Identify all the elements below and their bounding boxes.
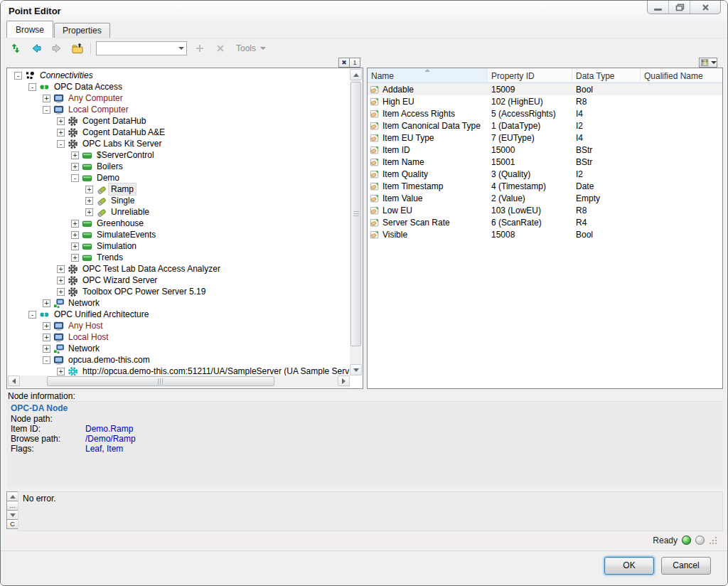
tree-item[interactable]: - Local Computer xyxy=(9,104,349,115)
expander-icon[interactable]: + xyxy=(71,151,79,159)
table-row[interactable]: Item Canonical Data Type 1 (DataType) I2 xyxy=(368,119,722,132)
expander-icon[interactable]: + xyxy=(71,163,79,171)
up-level-button[interactable] xyxy=(70,41,85,56)
tree-expand-all-button[interactable]: ✖ xyxy=(338,58,350,68)
tree-item[interactable]: + Toolbox OPC Power Server 5.19 xyxy=(9,286,349,297)
tree-item[interactable]: + http://opcua.demo-this.com:51211/UA/Sa… xyxy=(9,366,349,375)
expander-icon[interactable]: - xyxy=(14,72,22,80)
expander-icon[interactable]: - xyxy=(28,311,36,319)
expander-icon[interactable]: + xyxy=(71,220,79,228)
table-row[interactable]: Low EU 103 (LowEU) R8 xyxy=(368,204,722,216)
back-button[interactable] xyxy=(28,41,44,56)
expander-icon[interactable]: + xyxy=(57,129,65,137)
expander-icon[interactable]: + xyxy=(57,288,65,296)
delete-button[interactable] xyxy=(213,41,228,56)
tree-item[interactable]: + Simulation xyxy=(9,240,349,252)
tree-item[interactable]: + Network xyxy=(9,343,349,354)
error-next-button[interactable] xyxy=(6,510,18,520)
refresh-button[interactable] xyxy=(8,41,23,56)
combobox-dropdown-icon[interactable] xyxy=(178,47,184,50)
tab[interactable]: Properties xyxy=(54,23,110,38)
expander-icon[interactable]: - xyxy=(43,356,50,364)
expander-icon[interactable]: + xyxy=(43,345,50,353)
column-header[interactable]: Qualified Name xyxy=(641,68,722,82)
expander-icon[interactable]: + xyxy=(85,186,93,193)
table-row[interactable]: Item EU Type 7 (EUType) I4 xyxy=(368,132,722,144)
expander-icon[interactable]: + xyxy=(43,299,50,307)
tree-item[interactable]: + Ramp xyxy=(9,183,349,195)
tree-item[interactable]: + Network xyxy=(9,297,349,309)
tree-item[interactable]: + Boilers xyxy=(9,161,349,172)
tree-item[interactable]: - Demo xyxy=(9,172,349,183)
error-previous-button[interactable] xyxy=(6,491,18,501)
forward-button[interactable] xyxy=(49,41,65,56)
tree-item[interactable]: + Cogent DataHub xyxy=(9,115,349,127)
error-details-button[interactable]: … xyxy=(6,501,18,511)
table-row[interactable]: Item Quality 3 (Quality) I2 xyxy=(368,168,722,180)
vertical-scroll-thumb[interactable] xyxy=(350,82,361,346)
scroll-right-button[interactable] xyxy=(338,375,350,386)
expander-icon[interactable]: + xyxy=(85,208,93,216)
error-clear-button[interactable]: C xyxy=(6,519,18,529)
horizontal-scroll-thumb[interactable] xyxy=(47,376,274,386)
table-row[interactable]: Item Value 2 (Value) Empty xyxy=(368,192,722,204)
resize-grip[interactable] xyxy=(709,536,717,545)
column-header[interactable]: Data Type xyxy=(572,68,641,82)
tree-item[interactable]: + Any Computer xyxy=(9,92,349,104)
tree-item[interactable]: + Greenhouse xyxy=(9,218,349,229)
table-row[interactable]: Item Timestamp 4 (Timestamp) Date xyxy=(368,180,722,192)
expander-icon[interactable]: + xyxy=(71,231,79,239)
tree-item[interactable]: - opcua.demo-this.com xyxy=(9,354,349,366)
tree-item[interactable]: + OPC Test Lab Data Access Analyzer xyxy=(9,263,349,275)
tree-item[interactable]: + OPC Wizard Server xyxy=(9,275,349,286)
tree-item[interactable]: + Any Host xyxy=(9,320,349,331)
table-row[interactable]: Addable 15009 Bool xyxy=(368,83,722,95)
expander-icon[interactable]: + xyxy=(71,254,79,262)
tree-item[interactable]: + Single xyxy=(9,195,349,206)
expander-icon[interactable]: - xyxy=(71,174,79,182)
tree-item[interactable]: - OPC Labs Kit Server xyxy=(9,138,349,149)
close-button[interactable] xyxy=(690,1,720,14)
tree-item[interactable]: + SimulateEvents xyxy=(9,229,349,240)
address-combobox[interactable] xyxy=(96,41,187,55)
table-row[interactable]: Item Access Rights 5 (AccessRights) I4 xyxy=(368,107,722,119)
table-row[interactable]: Visible 15008 Bool xyxy=(368,228,722,240)
scroll-up-button[interactable] xyxy=(350,69,362,80)
table-row[interactable]: Item Name 15001 BStr xyxy=(368,156,722,168)
maximize-button[interactable] xyxy=(669,1,690,14)
scroll-down-button[interactable] xyxy=(350,364,362,375)
tree-item[interactable]: + $ServerControl xyxy=(9,149,349,161)
expander-icon[interactable]: + xyxy=(57,117,65,125)
scroll-left-button[interactable] xyxy=(8,375,20,386)
ok-button[interactable]: OK xyxy=(604,557,654,575)
tree-item[interactable]: - OPC Data Access xyxy=(9,81,349,92)
tree-collapse-level-button[interactable]: 1 xyxy=(349,58,360,68)
expander-icon[interactable]: + xyxy=(57,265,65,273)
table-row[interactable]: Item ID 15000 BStr xyxy=(368,144,722,156)
tree-item[interactable]: + Trends xyxy=(9,252,349,263)
expander-icon[interactable]: - xyxy=(57,140,65,148)
title-bar[interactable]: Point Editor xyxy=(1,1,727,21)
table-row[interactable]: High EU 102 (HighEU) R8 xyxy=(368,95,722,107)
cancel-button[interactable]: Cancel xyxy=(661,557,711,575)
tree-item[interactable]: - Connectivities xyxy=(9,70,349,81)
expander-icon[interactable]: + xyxy=(43,322,50,330)
expander-icon[interactable]: - xyxy=(28,83,36,91)
expander-icon[interactable]: + xyxy=(43,334,50,341)
column-chooser-button[interactable] xyxy=(699,58,717,68)
tree-item[interactable]: + Cogent DataHub A&E xyxy=(9,127,349,138)
minimize-button[interactable] xyxy=(648,1,669,14)
table-row[interactable]: Server Scan Rate 6 (ScanRate) R4 xyxy=(368,216,722,228)
column-header[interactable]: Property ID xyxy=(488,68,572,82)
add-button[interactable] xyxy=(192,41,208,56)
expander-icon[interactable]: + xyxy=(85,197,93,205)
tab[interactable]: Browse xyxy=(6,21,53,38)
tree-item[interactable]: + Unreliable xyxy=(9,206,349,218)
column-header[interactable]: Name xyxy=(368,68,488,82)
expander-icon[interactable]: + xyxy=(57,368,65,375)
expander-icon[interactable]: + xyxy=(71,243,79,250)
tools-menu-button[interactable]: Tools xyxy=(233,42,269,55)
expander-icon[interactable]: - xyxy=(43,106,50,114)
expander-icon[interactable]: + xyxy=(43,95,50,102)
tree-item[interactable]: - OPC Unified Architecture xyxy=(9,309,349,320)
